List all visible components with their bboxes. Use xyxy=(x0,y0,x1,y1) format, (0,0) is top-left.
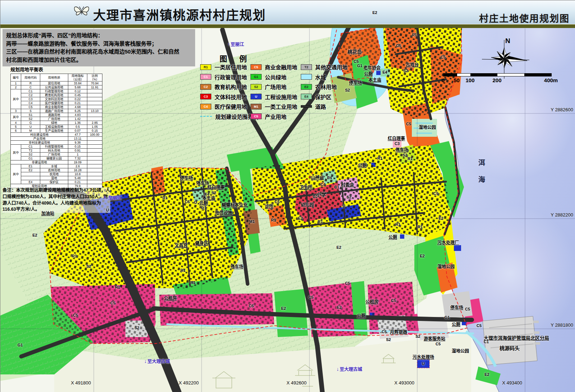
table-header-cell: 用地指标 （公顷） xyxy=(68,74,87,81)
table-cell: 湿地 xyxy=(40,176,68,180)
legend-column: T2其他交通用地水域E2农林用地E4保护区道路 xyxy=(301,62,348,112)
legend-item-label: 公共绿地 xyxy=(265,73,286,81)
plan-description-box: 规划总体形成“两带、四区”的用地结构：两带——蝶泉路旅游购物、餐饮服务带、洱海海… xyxy=(3,29,195,66)
legend-item: M1一类工业用地 xyxy=(250,102,297,112)
page-title: 大理市喜洲镇桃源村村庄规划 xyxy=(93,5,266,23)
table-row: 非村庄建设用地9.38 xyxy=(11,141,102,145)
table-cell: 非建设用地 xyxy=(11,160,68,164)
table-cell xyxy=(87,176,102,180)
table-cell: S xyxy=(21,109,40,113)
table-cell xyxy=(87,113,102,117)
table-cell xyxy=(21,176,40,180)
table-cell: 广场用地 xyxy=(40,117,68,121)
table-cell: M xyxy=(21,129,40,133)
table-row: E2农林用地16.28 xyxy=(11,168,102,172)
table-title: 规划用地平衡表 xyxy=(10,66,43,73)
table-cell: 5 xyxy=(11,125,21,129)
table-cell: 10.8 xyxy=(68,172,87,176)
table-cell: 4.83 xyxy=(68,113,87,117)
table-cell: 道路广场用地 xyxy=(40,109,68,113)
table-cell: 其中 xyxy=(11,113,21,121)
land-use-table: 编号用地代码用地性质用地指标 （公顷）比例 （%）1R居住用地33.8470.9… xyxy=(10,74,102,188)
description-line: 村北面和西面增加四片住宅区。 xyxy=(6,56,192,64)
table-cell xyxy=(87,101,102,105)
legend-item-label: 工程设施用地 xyxy=(265,93,297,101)
table-cell xyxy=(87,168,102,172)
legend-item: 水域 xyxy=(301,72,348,82)
legend-item-label: 医疗保健用地 xyxy=(215,103,247,110)
scale-bar: 050100200400m xyxy=(443,73,552,84)
legend-item-label: 行政管理用地 xyxy=(215,73,247,81)
table-cell: 13.10 xyxy=(87,109,102,113)
legend-item-label: 广场用地 xyxy=(265,83,286,90)
legend-item-label: 其他交通用地 xyxy=(315,63,348,71)
table-cell: R xyxy=(21,81,40,85)
table-cell: 其中 xyxy=(11,89,21,109)
table-cell: 0.21 xyxy=(68,101,87,105)
table-cell: S1 xyxy=(21,113,40,117)
table-cell xyxy=(87,153,102,157)
table-cell: 农用地 xyxy=(40,172,68,176)
table-cell: 工程设施用地 xyxy=(40,125,68,129)
table-cell: E1 xyxy=(21,164,40,168)
scale-bar-segment xyxy=(497,74,524,76)
table-cell xyxy=(87,97,102,101)
butterfly-logo-icon xyxy=(73,4,90,19)
scale-bar-labels: 050100200400m xyxy=(443,77,552,84)
legend-item: T2其他交通用地 xyxy=(301,62,348,72)
table-row: 产业用地13.11 xyxy=(11,137,102,141)
table-cell: G1 xyxy=(21,157,40,160)
table-cell: 19.09 xyxy=(68,160,87,164)
table-cell: 1.42 xyxy=(68,117,87,121)
legend-item: C5产业用地 xyxy=(250,112,297,122)
table-cell: 蝴蝶泉公园 xyxy=(40,157,68,160)
table-row: 1R居住用地33.8470.94 xyxy=(11,81,102,85)
table-cell: 其中 xyxy=(11,145,21,160)
legend-column: C5商业金融用地G1公共绿地S2广场用地U工程设施用地M1一类工业用地C5产业用… xyxy=(250,62,297,121)
header: 大理市喜洲镇桃源村村庄规划 村庄土地使用规划图 xyxy=(0,0,575,24)
table-row: 其中C1行政管理用地0.12 xyxy=(11,89,102,93)
table-cell xyxy=(87,149,102,153)
table-cell xyxy=(87,105,102,109)
table-header-cell: 用地代码 xyxy=(21,74,40,81)
table-cell xyxy=(87,164,102,168)
table-cell: 9.38 xyxy=(68,141,87,145)
table-row: 3S道路广场用地6.2513.10 xyxy=(11,109,102,113)
table-cell: 2.85 xyxy=(87,121,102,125)
table-cell xyxy=(87,117,102,121)
legend-item: C5商业金融用地 xyxy=(250,62,297,72)
table-cell: 非村庄建设用地 xyxy=(11,141,68,145)
table-cell xyxy=(87,141,102,145)
table-cell xyxy=(87,89,102,93)
table-cell: C4 xyxy=(21,101,40,105)
table-cell: 村庄建设用地 xyxy=(11,133,68,137)
table-cell: C2 xyxy=(21,93,40,97)
boundary-line-icon xyxy=(200,116,212,117)
legend-item-label: 道路 xyxy=(315,103,326,110)
table-row: 2C公共设施用地5.6811.91 xyxy=(11,85,102,89)
color-swatch-icon: E2 xyxy=(301,84,312,90)
table-cell: C xyxy=(21,85,40,89)
table-cell: 生产设施用地 xyxy=(40,129,68,133)
planning-map-canvas: 大理市喜洲镇桃源村村庄规划 村庄土地使用规划图 规划总体形成“两带、四区”的用地… xyxy=(0,0,575,392)
compass-north-label: N xyxy=(505,37,510,45)
table-row: E4保护区0.21 xyxy=(11,180,102,184)
table-header-cell: 编号 xyxy=(11,74,21,81)
legend-item: C2教育机构用地 xyxy=(200,82,258,92)
color-swatch-icon: C1 xyxy=(200,74,211,80)
table-header-cell: 用地性质 xyxy=(40,74,68,81)
table-row: 农用地10.8 xyxy=(11,172,102,176)
scale-bar-segment xyxy=(470,74,497,76)
color-swatch-icon: R1 xyxy=(200,64,211,70)
table-cell: S2 xyxy=(21,117,40,121)
table-cell: 13.11 xyxy=(68,137,87,141)
plan-note: 备注：本次规划远期建设用地规模控制为47.7公顷，人口规模控制为4350人，其中… xyxy=(3,187,110,213)
table-cell: 商业金融用地 xyxy=(40,105,68,109)
table-cell: 6 xyxy=(11,129,21,133)
table-cell: 4.68 xyxy=(68,105,87,109)
road-swatch-icon xyxy=(301,105,312,108)
table-cell: 0.5 xyxy=(68,125,87,129)
color-swatch-icon: E4 xyxy=(301,94,312,99)
table-row: S2广场用地1.42 xyxy=(11,117,102,121)
table-cell: 医疗保健用地 xyxy=(40,101,68,105)
